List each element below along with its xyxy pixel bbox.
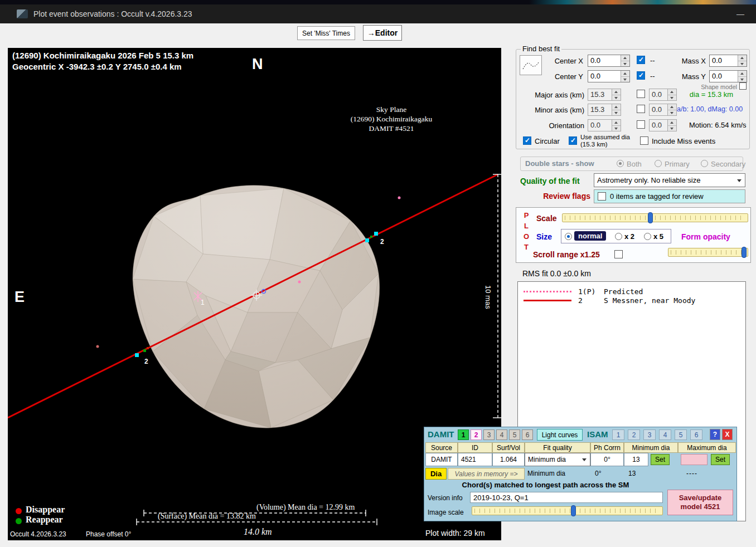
image-scale-slider-thumb[interactable]	[571, 505, 576, 516]
predicted-dotted-line-icon	[524, 291, 571, 292]
minor-axis-aux-spinner[interactable]: 0.0	[649, 104, 677, 116]
size-x5-radio[interactable]	[644, 233, 651, 240]
dia-button[interactable]: Dia	[425, 468, 447, 480]
surface-mean-dia: (Surface) Mean dia = 13.82 km	[158, 512, 256, 521]
center-x-spinner[interactable]: 0.0	[588, 55, 630, 67]
spin-arrows-icon[interactable]	[612, 104, 621, 115]
opacity-slider-thumb[interactable]	[742, 247, 747, 258]
chord-list-row[interactable]: 1(P) Predicted	[524, 287, 745, 296]
find-best-fit-group: Find best fit Center X 0.0 -- Mass X 0.0…	[516, 49, 750, 149]
desktop-background-strip	[0, 0, 756, 4]
fit-quality-select[interactable]: Minimum dia	[525, 453, 590, 466]
isam-model-5-button[interactable]: 5	[675, 429, 687, 440]
minimize-button[interactable]: —	[730, 4, 750, 23]
center-x-dash: --	[650, 56, 655, 65]
major-axis-spinner[interactable]: 15.3	[588, 89, 621, 101]
radio-secondary[interactable]	[701, 160, 708, 167]
damit-model-1-button[interactable]: 1	[458, 429, 469, 440]
isam-model-6-button[interactable]: 6	[690, 429, 702, 440]
chord-list-row[interactable]: 2 S Messner, near Moody	[524, 296, 745, 305]
spin-arrows-icon[interactable]	[612, 89, 621, 100]
set-maximum-dia-button[interactable]: Set	[711, 454, 730, 465]
orientation-spinner[interactable]: 0.0	[588, 119, 621, 131]
chord-name: Predicted	[604, 287, 643, 296]
review-flags-checkbox[interactable]	[598, 192, 606, 201]
fit-preview-button[interactable]	[520, 55, 542, 75]
damit-model-2-button[interactable]: 2	[471, 429, 482, 440]
isam-model-1-button[interactable]: 1	[612, 429, 624, 440]
plot-controls-panel: P L O T Scale Size normal x 2 x 5 Form o…	[516, 207, 751, 263]
chord-id: 2	[578, 296, 604, 305]
use-assumed-checkbox[interactable]	[569, 136, 577, 145]
minor-axis-checkbox[interactable]	[637, 105, 645, 113]
scroll-range-checkbox[interactable]	[614, 250, 623, 258]
spin-arrows-icon[interactable]	[621, 55, 629, 66]
version-info-field[interactable]: 2019-10-23, Q=1	[470, 492, 663, 503]
mass-y-spinner[interactable]: 0.0	[709, 70, 747, 82]
cell-ph-corrn[interactable]: 0°	[590, 453, 624, 466]
minor-axis-spinner[interactable]: 15.3	[588, 104, 621, 116]
damit-help-button[interactable]: ?	[710, 429, 720, 440]
radio-primary-label: Primary	[665, 160, 690, 168]
circular-checkbox[interactable]	[523, 136, 531, 145]
orientation-aux-spinner[interactable]: 0.0	[649, 119, 677, 131]
spin-arrows-icon[interactable]	[738, 71, 747, 82]
damit-close-button[interactable]: X	[722, 429, 733, 440]
save-update-model-button[interactable]: Save/update model 4521	[667, 490, 733, 515]
orientation-checkbox[interactable]	[637, 120, 645, 129]
mass-x-spinner[interactable]: 0.0	[709, 55, 747, 67]
editor-button[interactable]: →Editor	[363, 25, 402, 41]
spin-arrows-icon[interactable]	[667, 120, 676, 131]
sky-plane-caption: Sky Plane (12690) Kochimiraikagaku DAMIT…	[342, 105, 440, 133]
center-x-checkbox[interactable]	[637, 56, 645, 64]
light-curves-button[interactable]: Light curves	[537, 429, 583, 441]
radio-primary[interactable]	[655, 160, 662, 167]
damit-model-5-button[interactable]: 5	[509, 429, 520, 440]
isam-model-3-button[interactable]: 3	[643, 429, 656, 440]
shape-model-label: Shape model	[694, 84, 737, 90]
scroll-range-label: Scroll range x1.25	[533, 250, 600, 259]
center-x-label: Center X	[543, 57, 583, 65]
cell-maximum-dia[interactable]	[681, 454, 707, 465]
major-axis-aux-spinner[interactable]: 0.0	[649, 89, 677, 101]
image-scale-slider[interactable]	[472, 506, 663, 515]
rms-fit-label: RMS fit 0.0 ±0.0 km	[522, 269, 591, 278]
size-x2-radio[interactable]	[615, 233, 622, 240]
damit-model-4-button[interactable]: 4	[496, 429, 507, 440]
center-y-checkbox[interactable]	[637, 71, 645, 80]
dia-value-label: dia = 15.3 km	[684, 90, 739, 99]
reappear-dot-icon	[16, 518, 22, 524]
mass-y-label: Mass Y	[676, 72, 706, 81]
chord2-solid-line-icon	[524, 300, 571, 301]
include-miss-checkbox[interactable]	[640, 136, 648, 145]
plot-title-line1: (12690) Kochimiraikagaku 2026 Feb 5 15.3…	[12, 51, 193, 60]
cell-surfvol: 1.064	[492, 453, 525, 466]
quality-of-fit-select[interactable]: Astrometry only. No reliable size	[594, 173, 745, 187]
opacity-slider[interactable]	[668, 248, 748, 257]
minor-axis-label: Minor axis (km)	[532, 106, 584, 114]
scale-slider[interactable]	[562, 213, 748, 222]
size-normal-label[interactable]: normal	[574, 231, 606, 241]
damit-model-3-button[interactable]: 3	[483, 429, 495, 440]
set-miss-times-button[interactable]: Set 'Miss' Times	[297, 26, 355, 40]
center-y-spinner[interactable]: 0.0	[588, 70, 630, 82]
spin-arrows-icon[interactable]	[621, 71, 629, 82]
isam-model-2-button[interactable]: 2	[628, 429, 640, 440]
shape-model-checkbox[interactable]	[739, 82, 747, 90]
scale-slider-thumb[interactable]	[648, 212, 653, 223]
spin-arrows-icon[interactable]	[667, 89, 676, 100]
size-x5-label: x 5	[653, 232, 663, 241]
spin-arrows-icon[interactable]	[667, 104, 676, 115]
spin-arrows-icon[interactable]	[612, 120, 621, 131]
spin-arrows-icon[interactable]	[738, 55, 747, 66]
damit-model-6-button[interactable]: 6	[522, 429, 533, 440]
sky-plane-line1: Sky Plane	[342, 105, 440, 114]
radio-both[interactable]	[617, 160, 624, 167]
size-normal-radio[interactable]	[565, 233, 572, 240]
damit-panel: DAMIT 1 2 3 4 5 6 Light curves ISAM 1 2 …	[424, 427, 737, 521]
major-axis-checkbox[interactable]	[637, 90, 645, 98]
cell-minimum-dia[interactable]: 13	[624, 453, 648, 466]
set-minimum-dia-button[interactable]: Set	[651, 454, 670, 465]
isam-model-4-button[interactable]: 4	[659, 429, 671, 440]
cell-id[interactable]: 4521	[458, 453, 492, 466]
